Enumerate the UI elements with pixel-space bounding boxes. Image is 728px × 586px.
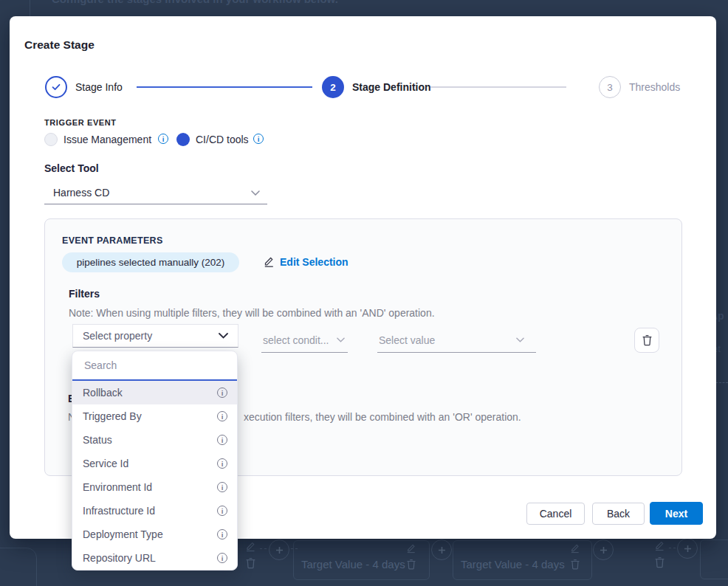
edit-pencil-icon [263,255,275,268]
step-connector-done [137,86,312,88]
plus-icon [677,538,698,559]
select-condition-dropdown[interactable]: select condit... [261,328,348,353]
edit-icon [653,540,665,554]
background-sidebar-divider [30,0,30,16]
trash-icon [642,334,653,346]
trash-icon [245,557,256,572]
dropdown-item-repository-url[interactable]: Repository URL [72,546,237,570]
step-connector-upcoming [430,86,566,88]
delete-filter-button[interactable] [634,328,659,353]
radio-issue-management[interactable] [44,133,58,146]
target-value-label: Target Value - 4 days [461,558,565,571]
radio-cicd-tools[interactable] [176,133,190,146]
select-tool-dropdown[interactable]: Harness CD [44,182,267,204]
dropdown-item-label: Deployment Type [83,528,163,540]
select-property-dropdown[interactable]: Select property [72,324,238,348]
cancel-button[interactable]: Cancel [526,503,585,525]
radio-label-issue-management[interactable]: Issue Management [63,134,151,145]
stepper: Stage Info 2 Stage Definition 3 Threshol… [10,76,716,98]
dropdown-search [72,351,237,381]
step-number-circle: 3 [599,76,621,98]
event-parameters-heading: EVENT PARAMETERS [62,235,163,246]
select-tool-value: Harness CD [53,187,109,199]
background-target-card: Target Value - 4 days [453,540,592,580]
dropdown-item-label: Infrastructure Id [83,505,155,517]
trash-icon [570,559,580,573]
check-icon [52,83,61,91]
target-value-label: Target Value - 4 days [301,558,405,571]
chevron-down-icon [516,337,524,342]
info-icon[interactable] [217,435,227,445]
dropdown-item-label: Repository URL [83,552,156,564]
background-card-corner [0,548,37,586]
connector-dash [669,548,676,548]
chevron-down-icon [251,190,260,196]
info-icon[interactable] [217,458,227,469]
info-icon[interactable] [217,411,227,421]
dropdown-item-environment-id[interactable]: Environment Id [72,475,237,499]
create-stage-modal: Create Stage Stage Info 2 Stage Definiti… [10,16,716,539]
background-card-partial [700,540,728,579]
select-property-placeholder: Select property [83,330,152,342]
info-icon[interactable] [253,134,264,144]
pipelines-selection-chip: pipelines selected manually (202) [62,252,239,272]
radio-label-cicd-tools[interactable]: CI/CD tools [196,134,249,145]
dropdown-item-status[interactable]: Status [72,428,237,452]
trigger-event-options: Issue Management CI/CD tools [44,133,340,146]
info-icon[interactable] [217,387,227,398]
dropdown-item-label: Rollback [83,387,123,399]
dropdown-item-deployment-type[interactable]: Deployment Type [72,523,237,546]
select-condition-placeholder: select condit... [263,334,329,346]
filters-note: Note: When using multiple filters, they … [69,307,435,319]
app-screen: Configure the stages involved in your wo… [0,0,728,586]
info-icon[interactable] [217,553,227,563]
step-thresholds[interactable]: 3 Thresholds [599,76,680,98]
background-header-text: Configure the stages involved in your wo… [52,0,338,5]
modal-title: Create Stage [24,38,95,52]
select-value-dropdown[interactable]: Select value [377,328,536,353]
search-input[interactable] [83,359,227,372]
step-stage-definition[interactable]: 2 Stage Definition [322,76,431,98]
trash-icon [654,556,665,571]
background-target-card: Target Value - 4 days [293,540,430,580]
dropdown-item-rollback[interactable]: Rollback [72,381,237,404]
edit-icon [569,542,580,556]
info-icon[interactable] [158,134,168,144]
property-dropdown-menu: Rollback Triggered By Status Service Id … [72,351,238,571]
execution-note-fragment-end: xecution filters, they will be combined … [244,411,521,423]
dropdown-item-triggered-by[interactable]: Triggered By [72,404,237,428]
chevron-down-icon [219,333,228,339]
filters-heading: Filters [69,288,100,300]
next-button[interactable]: Next [650,502,703,525]
info-icon[interactable] [217,506,227,516]
step-stage-info[interactable]: Stage Info [45,76,123,98]
dropdown-item-infrastructure-id[interactable]: Infrastructure Id [72,499,237,523]
plus-icon [431,540,452,560]
plus-icon [593,540,614,560]
back-button[interactable]: Back [592,503,645,525]
step-label: Thresholds [629,81,680,93]
edit-icon [244,540,256,555]
step-number-circle: 2 [322,76,344,98]
plus-icon [269,540,289,560]
info-icon[interactable] [217,529,227,540]
edit-selection-link[interactable]: Edit Selection [263,255,348,268]
edit-selection-text: Edit Selection [280,256,348,268]
step-label: Stage Definition [352,81,431,93]
step-check-circle [45,76,67,98]
dropdown-item-label: Environment Id [83,481,152,493]
chevron-down-icon [337,337,345,342]
select-tool-label: Select Tool [44,162,99,174]
info-icon[interactable] [217,482,227,492]
trigger-event-label: TRIGGER EVENT [44,118,117,127]
dropdown-item-label: Service Id [83,458,128,469]
edit-icon [405,542,416,556]
select-value-placeholder: Select value [379,334,435,346]
connector-dash [260,548,267,549]
dropdown-item-label: Status [83,434,112,446]
step-label: Stage Info [75,81,123,93]
dropdown-item-label: Triggered By [83,410,142,422]
trash-icon [406,559,416,573]
dropdown-item-service-id[interactable]: Service Id [72,452,237,475]
